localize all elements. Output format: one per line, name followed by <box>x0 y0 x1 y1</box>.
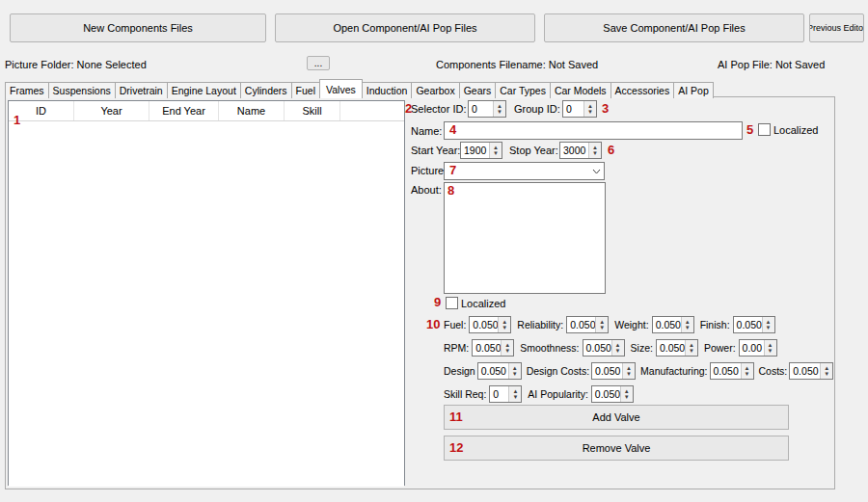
manufacturing-spin-arrows[interactable]: ▲▼ <box>741 363 753 379</box>
spin-down-icon[interactable]: ▼ <box>624 394 630 400</box>
spin-down-icon[interactable]: ▼ <box>502 325 507 330</box>
annotation-9: 9 <box>434 295 441 309</box>
spin-down-icon[interactable]: ▼ <box>504 348 510 354</box>
valves-list-body[interactable] <box>9 121 404 487</box>
spin-down-icon[interactable]: ▼ <box>615 348 621 354</box>
picture-combobox[interactable] <box>444 162 605 180</box>
tab-gearbox[interactable]: Gearbox <box>411 82 459 98</box>
spin-down-icon[interactable]: ▼ <box>512 394 518 400</box>
ai-popularity-spin-arrows[interactable]: ▲▼ <box>620 386 633 402</box>
tab-induction[interactable]: Induction <box>362 82 413 98</box>
costs-spinner[interactable]: 0.050 ▲▼ <box>789 362 833 380</box>
smoothness-spinner[interactable]: 0.050 ▲▼ <box>583 339 625 357</box>
rpm-spin-arrows[interactable]: ▲▼ <box>501 340 513 356</box>
start-year-spin-arrows[interactable]: ▲▼ <box>489 143 502 158</box>
design-spinner[interactable]: 0.050 ▲▼ <box>477 362 522 380</box>
previous-editor-button[interactable]: Previous Editor <box>809 13 864 42</box>
tab-drivetrain[interactable]: Drivetrain <box>115 82 168 98</box>
column-header-year[interactable]: Year <box>74 101 149 120</box>
tab-accessories[interactable]: Accessories <box>610 82 675 98</box>
skill-req-spinner[interactable]: 0 ▲▼ <box>489 385 522 403</box>
rpm-spinner[interactable]: 0.050 ▲▼ <box>472 339 514 357</box>
tab-fuel[interactable]: Fuel <box>291 82 320 98</box>
tab-frames[interactable]: Frames <box>5 82 49 98</box>
fuel-spinner[interactable]: 0.050 ▲▼ <box>469 316 511 333</box>
tab-valves[interactable]: Valves <box>319 79 363 98</box>
design-spin-arrows[interactable]: ▲▼ <box>508 363 521 379</box>
tab-gears[interactable]: Gears <box>459 82 497 98</box>
weight-spin-arrows[interactable]: ▲▼ <box>681 317 693 332</box>
manufacturing-spinner[interactable]: 0.050 ▲▼ <box>710 362 754 380</box>
power-spin-arrows[interactable]: ▲▼ <box>764 340 776 356</box>
group-id-spin-arrows[interactable]: ▲▼ <box>583 101 596 117</box>
spin-down-icon[interactable]: ▼ <box>626 371 632 377</box>
power-spinner[interactable]: 0.00 ▲▼ <box>739 339 777 357</box>
design-costs-spinner[interactable]: 0.050 ▲▼ <box>591 362 636 380</box>
fuel-spin-arrows[interactable]: ▲▼ <box>498 317 510 332</box>
skill-req-spin-arrows[interactable]: ▲▼ <box>508 386 521 402</box>
name-input[interactable] <box>444 121 743 140</box>
localized-bottom-checkbox[interactable] <box>446 297 458 309</box>
column-header-skill[interactable]: Skill <box>285 101 340 120</box>
finish-label: Finish: <box>700 319 730 330</box>
spin-down-icon[interactable]: ▼ <box>745 371 750 377</box>
save-component-files-button[interactable]: Save Component/AI Pop Files <box>544 13 804 42</box>
add-valve-button[interactable]: Add Valve <box>444 405 789 430</box>
spin-down-icon[interactable]: ▼ <box>685 325 691 330</box>
reliability-spin-arrows[interactable]: ▲▼ <box>595 317 608 332</box>
ai-popularity-spinner[interactable]: 0.050 ▲▼ <box>591 385 634 403</box>
stats-row-1: Fuel: 0.050 ▲▼ Reliability: 0.050 ▲▼ Wei… <box>444 316 775 333</box>
size-spin-arrows[interactable]: ▲▼ <box>685 340 697 356</box>
finish-spinner[interactable]: 0.050 ▲▼ <box>733 316 775 333</box>
browse-picture-folder-button[interactable]: ... <box>307 56 330 70</box>
fuel-value: 0.050 <box>470 317 498 332</box>
column-header-name[interactable]: Name <box>219 101 285 120</box>
spin-down-icon[interactable]: ▼ <box>587 109 593 115</box>
stop-year-spin-arrows[interactable]: ▲▼ <box>588 143 601 158</box>
spin-down-icon[interactable]: ▼ <box>512 371 518 377</box>
power-field: Power: 0.00 ▲▼ <box>704 339 777 357</box>
tab-car-types[interactable]: Car Types <box>495 82 551 98</box>
tab-car-models[interactable]: Car Models <box>550 82 611 98</box>
spin-down-icon[interactable]: ▼ <box>592 150 598 156</box>
group-id-spinner[interactable]: 0 ▲▼ <box>562 100 597 118</box>
valves-list[interactable]: ID Year End Year Name Skill <box>8 100 405 486</box>
spin-down-icon[interactable]: ▼ <box>497 109 502 115</box>
spin-down-icon[interactable]: ▼ <box>768 348 773 354</box>
weight-spinner[interactable]: 0.050 ▲▼ <box>652 316 694 333</box>
size-value: 0.050 <box>657 340 685 356</box>
new-components-files-button[interactable]: New Components Files <box>10 13 266 42</box>
smoothness-spin-arrows[interactable]: ▲▼ <box>611 340 624 356</box>
design-costs-spin-arrows[interactable]: ▲▼ <box>622 363 635 379</box>
start-year-spinner[interactable]: 1900 ▲▼ <box>460 142 502 159</box>
finish-spin-arrows[interactable]: ▲▼ <box>762 317 774 332</box>
costs-spin-arrows[interactable]: ▲▼ <box>820 363 832 379</box>
spin-down-icon[interactable]: ▼ <box>689 348 694 354</box>
reliability-spinner[interactable]: 0.050 ▲▼ <box>566 316 609 333</box>
about-textarea[interactable] <box>444 182 606 294</box>
selector-id-spin-arrows[interactable]: ▲▼ <box>493 101 505 117</box>
manufacturing-label: Manufacturing: <box>640 365 707 377</box>
annotation-12: 12 <box>449 440 463 455</box>
open-component-files-button[interactable]: Open Component/AI Pop Files <box>275 13 535 42</box>
remove-valve-button[interactable]: Remove Valve <box>444 436 789 461</box>
spin-down-icon[interactable]: ▼ <box>493 150 499 156</box>
spin-down-icon[interactable]: ▼ <box>599 325 605 330</box>
fuel-field: Fuel: 0.050 ▲▼ <box>444 316 511 333</box>
localized-top-checkbox[interactable] <box>758 123 771 136</box>
picture-label: Picture: <box>411 165 447 176</box>
spin-down-icon[interactable]: ▼ <box>824 371 829 377</box>
tab-suspensions[interactable]: Suspensions <box>48 82 116 98</box>
annotation-4: 4 <box>449 122 456 137</box>
fuel-label: Fuel: <box>444 319 466 330</box>
selector-id-spinner[interactable]: 0 ▲▼ <box>468 100 506 118</box>
tab-ai-pop[interactable]: AI Pop <box>673 82 714 98</box>
spin-down-icon[interactable]: ▼ <box>766 325 772 330</box>
column-header-end-year[interactable]: End Year <box>149 101 219 120</box>
chevron-down-icon[interactable] <box>588 169 604 174</box>
tab-engine-layout[interactable]: Engine Layout <box>167 82 241 98</box>
tab-cylinders[interactable]: Cylinders <box>240 82 292 98</box>
stop-year-spinner[interactable]: 3000 ▲▼ <box>559 142 602 159</box>
size-spinner[interactable]: 0.050 ▲▼ <box>656 339 698 357</box>
column-header-filler <box>340 101 404 120</box>
